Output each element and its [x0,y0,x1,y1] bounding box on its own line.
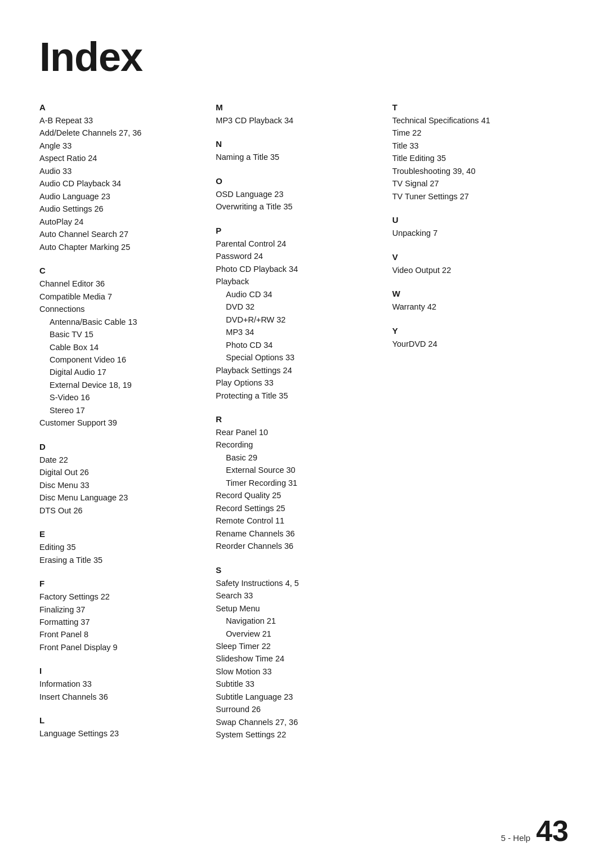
index-entry: Naming a Title 35 [216,151,381,163]
index-entry: Front Panel Display 9 [39,641,204,654]
section-d: DDate 22Digital Out 26Disc Menu 33Disc M… [39,442,204,517]
section-letter-w: W [392,289,557,298]
index-entry: System Settings 22 [216,728,381,741]
index-entry: Auto Chapter Marking 25 [39,241,204,253]
index-entry: Title 33 [392,140,557,152]
index-entry: Photo CD 34 [216,339,381,351]
index-entry: OSD Language 23 [216,188,381,200]
index-entry: Disc Menu Language 23 [39,491,204,504]
section-letter-a: A [39,102,204,112]
index-entry: Subtitle 33 [216,678,381,690]
index-entry: Parental Control 24 [216,238,381,250]
index-entry: Photo CD Playback 34 [216,263,381,275]
index-entry: Digital Out 26 [39,466,204,478]
index-entry: Rear Panel 10 [216,426,381,439]
index-entry: Component Video 16 [39,354,204,366]
index-entry: Language Settings 23 [39,727,204,740]
section-i: IInformation 33Insert Channels 36 [39,666,204,703]
section-letter-e: E [39,529,204,539]
index-entry: Protecting a Title 35 [216,390,381,402]
column-2: TTechnical Specifications 41Time 22Title… [392,102,569,363]
column-0: AA-B Repeat 33Add/Delete Channels 27, 36… [39,102,216,753]
index-entry: Reorder Channels 36 [216,540,381,552]
index-entry: Audio CD Playback 34 [39,177,204,190]
section-y: YYourDVD 24 [392,326,557,350]
index-entry: Title Editing 35 [392,152,557,164]
index-entry: Playback Settings 24 [216,364,381,377]
index-entry: Aspect Ratio 24 [39,152,204,164]
index-entry: Audio Settings 26 [39,203,204,215]
index-entry: Safety Instructions 4, 5 [216,577,381,589]
section-w: WWarranty 42 [392,289,557,313]
index-entry: Play Options 33 [216,377,381,389]
index-entry: Finalizing 37 [39,603,204,616]
section-letter-c: C [39,266,204,275]
index-entry: Setup Menu [216,602,381,615]
index-entry: Insert Channels 36 [39,691,204,703]
index-entry: Stereo 17 [39,404,204,417]
footer: 5 - Help 43 [501,816,569,845]
index-entry: External Source 30 [216,464,381,476]
index-entry: Customer Support 39 [39,417,204,429]
index-entry: Surround 26 [216,703,381,715]
footer-section-label: 5 - Help [501,833,531,843]
index-entry: Basic 29 [216,451,381,464]
section-a: AA-B Repeat 33Add/Delete Channels 27, 36… [39,102,204,253]
index-entry: Basic TV 15 [39,328,204,341]
section-letter-y: Y [392,326,557,335]
section-letter-r: R [216,414,381,424]
section-letter-d: D [39,442,204,451]
index-entry: Erasing a Title 35 [39,554,204,566]
index-entry: Rename Channels 36 [216,527,381,540]
index-entry: Front Panel 8 [39,628,204,641]
section-t: TTechnical Specifications 41Time 22Title… [392,102,557,203]
index-entry: Navigation 21 [216,615,381,627]
section-v: VVideo Output 22 [392,252,557,276]
index-entry: MP3 34 [216,326,381,338]
section-p: PParental Control 24Password 24Photo CD … [216,226,381,402]
section-c: CChannel Editor 36Compatible Media 7Conn… [39,266,204,429]
index-entry: Digital Audio 17 [39,366,204,378]
section-letter-u: U [392,215,557,225]
index-entry: MP3 CD Playback 34 [216,114,381,127]
page-title: Index [39,34,569,80]
index-entry: Special Options 33 [216,351,381,364]
index-columns: AA-B Repeat 33Add/Delete Channels 27, 36… [39,102,569,754]
index-entry: S-Video 16 [39,391,204,404]
section-letter-n: N [216,139,381,149]
section-l: LLanguage Settings 23 [39,715,204,740]
index-entry: Subtitle Language 23 [216,691,381,703]
index-entry: Slow Motion 33 [216,665,381,678]
index-entry: Warranty 42 [392,301,557,313]
index-entry: Unpacking 7 [392,227,557,239]
index-entry: Troubleshooting 39, 40 [392,165,557,177]
index-entry: Password 24 [216,250,381,262]
index-entry: Sleep Timer 22 [216,640,381,652]
index-entry: Slideshow Time 24 [216,652,381,665]
section-f: FFactory Settings 22Finalizing 37Formatt… [39,579,204,654]
index-entry: Recording [216,439,381,451]
section-n: NNaming a Title 35 [216,139,381,163]
index-entry: Overwriting a Title 35 [216,200,381,213]
index-entry: Audio 33 [39,165,204,177]
index-entry: Video Output 22 [392,264,557,276]
section-letter-p: P [216,226,381,235]
section-m: MMP3 CD Playback 34 [216,102,381,127]
index-entry: Auto Channel Search 27 [39,228,204,240]
index-entry: Compatible Media 7 [39,290,204,303]
index-entry: Information 33 [39,678,204,690]
index-entry: Timer Recording 31 [216,477,381,489]
section-letter-v: V [392,252,557,262]
index-entry: Time 22 [392,127,557,139]
section-letter-i: I [39,666,204,675]
index-entry: Date 22 [39,454,204,466]
index-entry: DTS Out 26 [39,504,204,517]
section-s: SSafety Instructions 4, 5Search 33Setup … [216,565,381,741]
index-entry: Audio CD 34 [216,288,381,301]
section-letter-s: S [216,565,381,575]
index-entry: Factory Settings 22 [39,590,204,603]
index-entry: Antenna/Basic Cable 13 [39,316,204,328]
index-entry: Angle 33 [39,140,204,152]
index-entry: Disc Menu 33 [39,479,204,491]
section-letter-f: F [39,579,204,588]
